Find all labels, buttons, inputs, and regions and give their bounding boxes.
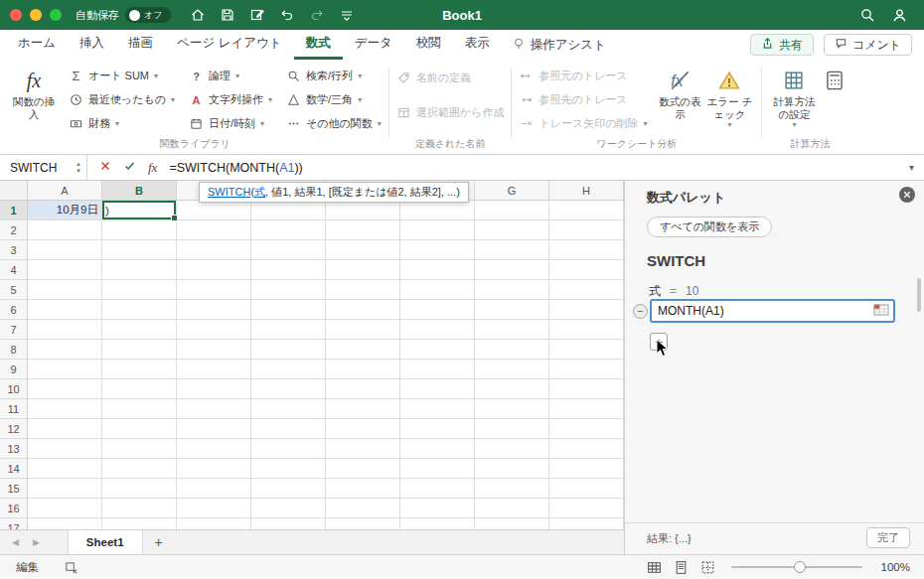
- cell-E11[interactable]: [326, 399, 400, 419]
- row-header-12[interactable]: 12: [0, 419, 28, 439]
- lookup-reference-button[interactable]: 検索/行列▾: [286, 67, 382, 85]
- cell-H4[interactable]: [549, 260, 624, 280]
- cell-G16[interactable]: [475, 499, 549, 518]
- row-header-7[interactable]: 7: [0, 320, 28, 340]
- cell-F11[interactable]: [400, 399, 475, 419]
- cell-A16[interactable]: [28, 499, 102, 518]
- cell-H16[interactable]: [549, 499, 624, 518]
- cell-C2[interactable]: [177, 220, 251, 240]
- name-box-stepper[interactable]: ▲▼: [76, 161, 81, 174]
- cell-D5[interactable]: [251, 280, 326, 300]
- cell-H13[interactable]: [549, 439, 624, 459]
- customize-toolbar-icon[interactable]: [338, 7, 355, 24]
- cell-C10[interactable]: [177, 379, 251, 399]
- cell-B15[interactable]: [102, 479, 177, 499]
- cell-H17[interactable]: [549, 518, 624, 529]
- row-header-9[interactable]: 9: [0, 360, 28, 379]
- search-icon[interactable]: [858, 7, 875, 24]
- tab-insert[interactable]: 挿入: [68, 30, 116, 60]
- tab-draw[interactable]: 描画: [116, 30, 165, 60]
- cell-C17[interactable]: [177, 518, 251, 529]
- row-header-3[interactable]: 3: [0, 240, 28, 260]
- more-functions-button[interactable]: その他の関数▾: [286, 114, 382, 133]
- column-header-H[interactable]: H: [549, 181, 624, 200]
- cell-D9[interactable]: [251, 360, 326, 379]
- cell-D12[interactable]: [251, 419, 326, 439]
- cell-E3[interactable]: [326, 240, 400, 260]
- cell-F2[interactable]: [400, 220, 475, 240]
- cell-D4[interactable]: [251, 260, 326, 280]
- cell-A13[interactable]: [28, 439, 102, 459]
- cancel-formula-button[interactable]: [99, 160, 111, 175]
- cell-B3[interactable]: [102, 240, 177, 260]
- cell-A6[interactable]: [28, 300, 102, 320]
- cell-A15[interactable]: [28, 479, 102, 499]
- cell-F3[interactable]: [400, 240, 475, 260]
- cell-C14[interactable]: [177, 459, 251, 479]
- cell-B2[interactable]: [102, 220, 177, 240]
- define-name-button[interactable]: 名前の定義: [396, 69, 505, 87]
- cell-B8[interactable]: [102, 340, 177, 360]
- cell-H10[interactable]: [549, 379, 624, 399]
- cell-B9[interactable]: [102, 360, 177, 379]
- cell-H15[interactable]: [549, 479, 624, 499]
- cell-C12[interactable]: [177, 419, 251, 439]
- cell-A7[interactable]: [28, 320, 102, 340]
- cell-C11[interactable]: [177, 399, 251, 419]
- tell-me-button[interactable]: 操作アシスト: [502, 30, 616, 60]
- cell-G10[interactable]: [475, 379, 549, 399]
- cell-B4[interactable]: [102, 260, 177, 280]
- cell-B16[interactable]: [102, 499, 177, 518]
- tooltip-function-link[interactable]: SWITCH: [208, 186, 250, 198]
- cell-A2[interactable]: [28, 220, 102, 240]
- cell-D8[interactable]: [251, 340, 326, 360]
- autosum-button[interactable]: Σオート SUM▾: [69, 67, 175, 85]
- account-icon[interactable]: [891, 7, 908, 24]
- cell-F6[interactable]: [400, 300, 475, 320]
- cell-G14[interactable]: [475, 459, 549, 479]
- cell-F17[interactable]: [400, 518, 475, 529]
- fullscreen-window-button[interactable]: [50, 9, 62, 21]
- cell-D16[interactable]: [251, 499, 326, 518]
- range-selector-icon[interactable]: [873, 303, 889, 320]
- financial-button[interactable]: 財務▾: [69, 114, 175, 133]
- autosave-toggle[interactable]: オフ: [125, 7, 171, 23]
- home-icon[interactable]: [189, 7, 206, 24]
- cell-C5[interactable]: [177, 280, 251, 300]
- cell-E12[interactable]: [326, 419, 400, 439]
- tab-review[interactable]: 校閲: [404, 30, 453, 60]
- save-icon[interactable]: [219, 7, 235, 24]
- tab-view[interactable]: 表示: [453, 30, 502, 60]
- cell-E6[interactable]: [326, 300, 400, 320]
- cell-E13[interactable]: [326, 439, 400, 459]
- select-all-corner[interactable]: [0, 181, 28, 200]
- close-panel-button[interactable]: [899, 187, 915, 203]
- cell-F13[interactable]: [400, 439, 475, 459]
- cell-H14[interactable]: [549, 459, 624, 479]
- row-header-6[interactable]: 6: [0, 300, 28, 320]
- panel-scrollbar[interactable]: [917, 278, 921, 312]
- cell-A17[interactable]: [28, 518, 102, 529]
- cell-H1[interactable]: [549, 201, 624, 220]
- cell-C3[interactable]: [177, 240, 251, 260]
- column-header-G[interactable]: G: [475, 181, 549, 200]
- insert-function-fx-button[interactable]: fx: [148, 160, 157, 176]
- minimize-window-button[interactable]: [30, 9, 42, 21]
- cell-A1[interactable]: 10月9日: [28, 201, 102, 220]
- normal-view-icon[interactable]: [647, 560, 662, 575]
- cell-F9[interactable]: [400, 360, 475, 379]
- name-box[interactable]: SWITCH ▲▼: [0, 155, 87, 180]
- cell-F8[interactable]: [400, 340, 475, 360]
- cell-E16[interactable]: [326, 499, 400, 518]
- cell-D2[interactable]: [251, 220, 326, 240]
- tab-formulas[interactable]: 数式: [294, 30, 343, 60]
- comments-button[interactable]: コメント: [824, 34, 912, 56]
- enter-formula-button[interactable]: [123, 160, 136, 175]
- tab-page-layout[interactable]: ページ レイアウト: [165, 30, 294, 60]
- argument-input-field[interactable]: MONTH(A1): [650, 299, 895, 323]
- cell-F7[interactable]: [400, 320, 475, 340]
- row-header-2[interactable]: 2: [0, 220, 28, 240]
- row-header-1[interactable]: 1: [0, 201, 28, 220]
- error-checking-button[interactable]: エラー チェック ▾: [704, 64, 754, 130]
- cell-C9[interactable]: [177, 360, 251, 379]
